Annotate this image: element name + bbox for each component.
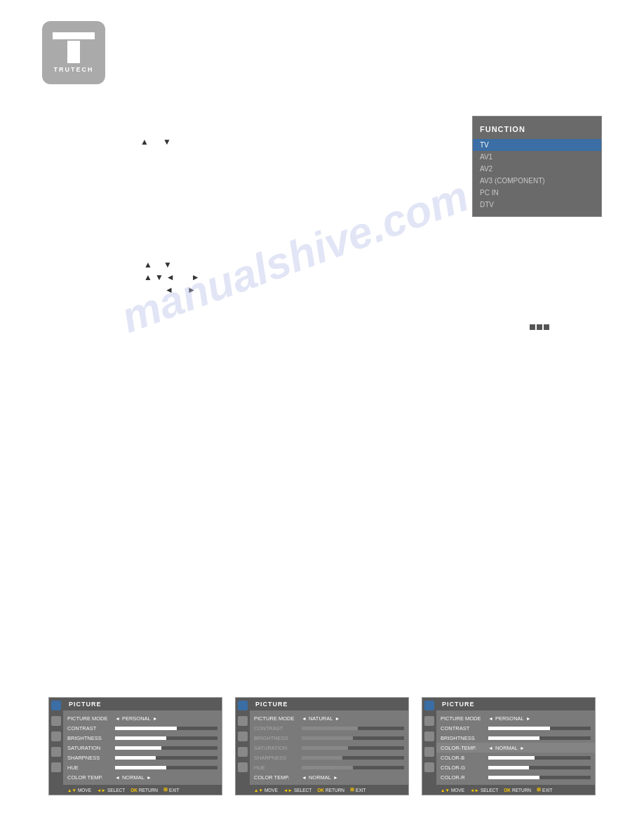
picture-menu-header-1: PICTURE [63,698,222,710]
text-ct1: NORMAL [122,774,145,781]
arrow-right: ► [192,272,200,282]
footer-move-3: ▲▼ MOVE [441,788,464,793]
sidebar-icon-2e [238,762,248,772]
label-hue-2: HUE [254,764,302,771]
arrow-right-pm3: ► [526,716,531,721]
label-colortemp-3: COLOR-TEMP. [441,745,488,751]
logo-area: TRUTECH [42,21,105,84]
logo-t-top [53,32,95,39]
label-colortemp-1: COLOR TEMP. [67,774,115,781]
menu-row-colorb-3: COLOR-B [436,753,595,762]
sidebar-icon-3a [424,701,434,710]
menu-with-sidebar-3: PICTURE PICTURE MODE ◄ PERSONAL ► CONTRA… [422,698,595,795]
menu-row-hue-2: HUE [250,762,408,772]
menu-row-colortemp-3: COLOR-TEMP. ◄ NORMAL ► [436,743,595,753]
menu-title-1: PICTURE [69,701,102,708]
arrow-up-right: ▼ [163,260,172,270]
footer-label-exit-3: EXIT [542,788,552,793]
value-hue-2 [302,766,404,769]
function-item-av1[interactable]: AV1 [473,151,601,163]
arrow-down-1: ▼ [163,137,171,147]
sidebar-icon-2d [238,747,248,757]
footer-exit-2: ⊞ EXIT [350,787,365,793]
arrow-left-ct2: ◄ [302,775,307,780]
value-brightness-2 [302,736,404,740]
picture-menu-body-1: PICTURE MODE ◄ PERSONAL ► CONTRAST [63,710,222,785]
fill-brightness-3 [488,736,539,740]
arrow-left-pm2: ◄ [302,716,307,721]
value-brightness-1 [115,736,217,740]
menu-row-saturation-2: SATURATION [250,743,408,753]
arrow-left-down: ▼ [155,272,163,282]
arrow-left-pm3: ◄ [488,716,493,721]
value-picturemode-1: ◄ PERSONAL ► [115,715,217,722]
sidebar-icon-2b [238,716,248,726]
function-item-pcin[interactable]: PC IN [473,187,601,199]
footer-key-ok-3: OK [504,788,511,793]
menu-row-hue-1: HUE [63,762,222,772]
bar-colorb-3 [488,756,591,760]
value-colortemp-3: ◄ NORMAL ► [488,745,591,751]
menu-row-contrast-1: CONTRAST [63,723,222,733]
fill-hue-2 [302,766,353,769]
fill-brightness-2 [302,736,353,740]
arrow-bottom-left: ◄ [165,285,173,295]
label-brightness-3: BRIGHTNESS [441,735,488,741]
function-item-av2[interactable]: AV2 [473,163,601,175]
label-saturation-1: SATURATION [67,745,115,751]
value-contrast-2 [302,727,404,730]
fill-saturation-2 [302,746,348,750]
menu-row-colortemp-2: COLOR TEMP. ◄ NORMAL ► [250,772,408,782]
footer-ok-2: OK RETURN [317,788,344,793]
fill-colorr-3 [488,776,539,779]
logo-text: TRUTECH [54,66,94,73]
bar-colorr-3 [488,776,591,779]
footer-label-move-3: MOVE [451,788,464,793]
label-hue-1: HUE [67,764,115,771]
menu-row-picturemode-2: PICTURE MODE ◄ NATURAL ► [250,713,408,723]
label-colortemp-2: COLOR TEMP. [254,774,302,781]
value-hue-1 [115,766,217,769]
footer-key-select-1: ◄► [97,788,106,793]
footer-ok-3: OK RETURN [504,788,531,793]
value-contrast-1 [115,727,217,730]
menu-row-picturemode-3: PICTURE MODE ◄ PERSONAL ► [436,713,595,723]
function-item-av3[interactable]: AV3 (COMPONENT) [473,175,601,187]
bar-sharpness-1 [115,756,217,760]
picture-menu-footer-3: ▲▼ MOVE ◄► SELECT OK RETURN ⊞ EXIT [436,785,595,795]
fill-contrast-1 [115,727,177,730]
menu-main-1: PICTURE PICTURE MODE ◄ PERSONAL ► CONTRA… [63,698,222,795]
bar-brightness-3 [488,736,591,740]
label-contrast-3: CONTRAST [441,725,488,732]
arrow-left-ct1: ◄ [115,775,120,780]
arrow-right-ct1: ► [147,775,152,780]
function-item-dtv[interactable]: DTV [473,199,601,211]
footer-move-2: ▲▼ MOVE [254,788,278,793]
footer-label-exit-1: EXIT [169,788,179,793]
menu-row-colorg-3: COLOR-G [436,762,595,772]
menu-row-colorr-3: COLOR-R [436,772,595,782]
watermark: manualshive.com [115,171,475,343]
arrow-left-up: ▲ [144,272,152,282]
menu-row-contrast-2: CONTRAST [250,723,408,733]
footer-move-1: ▲▼ MOVE [67,788,91,793]
sidebar-icon-3d [424,747,434,757]
footer-key-exit-1: ⊞ [163,787,168,793]
function-item-tv[interactable]: TV [473,139,601,151]
arrow-left: ◄ [166,272,175,282]
sidebar-icon-1b [51,716,61,726]
menu-row-saturation-1: SATURATION [63,743,222,753]
footer-label-select-1: SELECT [107,788,125,793]
bottom-menus: PICTURE PICTURE MODE ◄ PERSONAL ► CONTRA… [0,697,644,795]
text-pm2: NATURAL [309,715,333,722]
sidebar-icon-3c [424,732,434,741]
label-contrast-1: CONTRAST [67,725,115,732]
footer-label-move-2: MOVE [264,788,278,793]
label-sharpness-1: SHARPNESS [67,755,115,761]
bar-brightness-1 [115,736,217,740]
small-icon [530,324,549,330]
footer-key-move-3: ▲▼ [441,788,450,793]
picture-menu-body-3: PICTURE MODE ◄ PERSONAL ► CONTRAST [436,710,595,785]
sidebar-icon-1d [51,747,61,757]
arrow-right-ct2: ► [333,775,338,780]
